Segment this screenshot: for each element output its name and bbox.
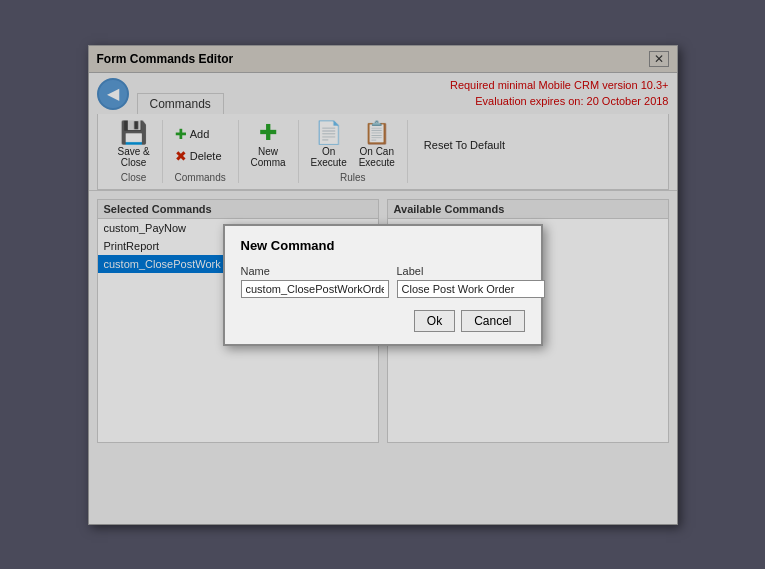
main-window: Form Commands Editor ✕ ◀ Commands Requir…: [88, 45, 678, 525]
new-command-dialog: New Command Name Label Ok Cancel: [223, 224, 543, 346]
label-input[interactable]: [397, 280, 545, 298]
modal-title: New Command: [241, 238, 525, 253]
modal-fields: Name Label: [241, 265, 525, 298]
modal-overlay: New Command Name Label Ok Cancel: [89, 46, 677, 524]
modal-buttons: Ok Cancel: [241, 310, 525, 332]
name-label: Name: [241, 265, 389, 277]
cancel-button[interactable]: Cancel: [461, 310, 524, 332]
ok-button[interactable]: Ok: [414, 310, 455, 332]
name-input[interactable]: [241, 280, 389, 298]
label-field-group: Label: [397, 265, 545, 298]
name-field-group: Name: [241, 265, 389, 298]
label-label: Label: [397, 265, 545, 277]
